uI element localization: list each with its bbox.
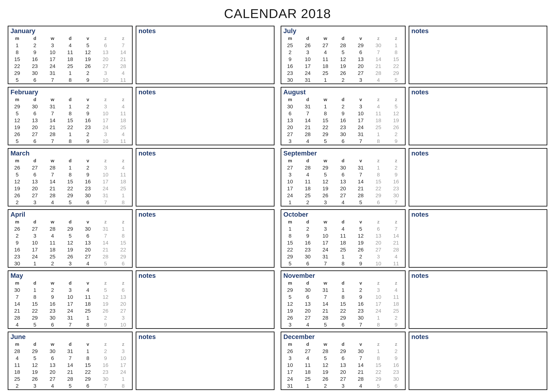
month-row: Februarymdwdvzz2930311234567891011121314… — [8, 87, 275, 145]
day-cell: 27 — [334, 376, 352, 382]
day-cell: 17 — [114, 362, 132, 369]
day-cell: 31 — [44, 103, 61, 110]
day-cell: 18 — [334, 239, 352, 246]
day-cell: 11 — [299, 178, 317, 185]
day-cell: 23 — [97, 369, 114, 376]
day-cell: 31 — [317, 253, 334, 260]
day-cell: 11 — [114, 138, 132, 145]
day-cell: 8 — [61, 138, 79, 145]
day-cell: 25 — [114, 185, 132, 192]
day-cell: 14 — [61, 362, 79, 369]
day-header: z — [387, 219, 405, 225]
day-cell: 19 — [387, 117, 405, 124]
day-header: z — [97, 35, 114, 42]
day-cell: 10 — [317, 232, 334, 239]
day-cell: 20 — [352, 63, 370, 70]
day-cell: 28 — [61, 376, 79, 382]
day-cell: 26 — [281, 314, 299, 321]
day-cell: 26 — [8, 164, 26, 171]
day-cell: 6 — [79, 382, 97, 389]
day-cell: 30 — [334, 164, 352, 171]
day-cell: 3 — [114, 348, 132, 355]
day-header: d — [26, 280, 44, 287]
day-cell: 1 — [370, 314, 387, 321]
day-cell: 8 — [114, 382, 132, 389]
day-cell: 23 — [79, 185, 97, 192]
day-cell: 1 — [61, 164, 79, 171]
day-cell: 26 — [334, 70, 352, 77]
day-cell: 10 — [97, 171, 114, 178]
day-cell: 18 — [79, 300, 97, 307]
day-header: z — [114, 158, 132, 164]
day-cell: 19 — [61, 246, 79, 253]
day-cell: 13 — [281, 117, 299, 124]
right-half: Julymdwdvzz25262728293012345678910111213… — [281, 26, 548, 390]
day-cell: 30 — [44, 314, 61, 321]
day-cell: 3 — [114, 314, 132, 321]
day-cell: 30 — [26, 70, 44, 77]
day-cell: 31 — [317, 287, 334, 293]
day-header: m — [8, 341, 26, 348]
day-cell: 3 — [97, 103, 114, 110]
day-header: v — [352, 96, 370, 103]
day-cell: 6 — [299, 293, 317, 300]
day-header: z — [387, 96, 405, 103]
day-cell: 20 — [26, 185, 44, 192]
day-header: w — [317, 341, 334, 348]
day-header: d — [334, 341, 352, 348]
day-header: v — [79, 35, 97, 42]
notes-box: notes — [136, 209, 275, 268]
day-cell: 1 — [8, 42, 26, 49]
day-cell: 8 — [370, 321, 387, 328]
day-cell: 2 — [334, 103, 352, 110]
day-cell: 12 — [352, 232, 370, 239]
day-cell: 8 — [334, 260, 352, 267]
day-cell: 4 — [61, 42, 79, 49]
day-cell: 18 — [299, 369, 317, 376]
day-header: d — [334, 219, 352, 225]
day-cell: 5 — [317, 171, 334, 178]
day-header: v — [352, 219, 370, 225]
day-cell: 7 — [299, 110, 317, 117]
day-cell: 5 — [8, 138, 26, 145]
day-cell: 6 — [370, 225, 387, 232]
day-cell: 18 — [317, 63, 334, 70]
day-cell: 19 — [8, 124, 26, 131]
month-box-april: Aprilmdwdvzz2627282930311234567891011121… — [8, 209, 133, 268]
day-header: z — [114, 280, 132, 287]
day-cell: 5 — [61, 382, 79, 389]
day-header: m — [8, 158, 26, 164]
day-cell: 13 — [334, 178, 352, 185]
month-table: mdwdvzz293031123456789101112131415161718… — [281, 280, 405, 328]
day-cell: 15 — [61, 117, 79, 124]
day-cell: 10 — [44, 49, 61, 56]
day-cell: 8 — [387, 49, 405, 56]
day-cell: 27 — [79, 253, 97, 260]
day-cell: 2 — [299, 225, 317, 232]
day-cell: 4 — [44, 199, 61, 206]
day-header: z — [114, 219, 132, 225]
day-header: z — [114, 341, 132, 348]
day-cell: 21 — [317, 307, 334, 314]
day-cell: 10 — [281, 178, 299, 185]
day-cell: 9 — [44, 293, 61, 300]
day-cell: 30 — [334, 131, 352, 138]
day-cell: 28 — [352, 192, 370, 199]
day-cell: 18 — [8, 369, 26, 376]
day-cell: 7 — [44, 110, 61, 117]
day-header: d — [61, 280, 79, 287]
day-cell: 13 — [26, 178, 44, 185]
day-cell: 14 — [352, 362, 370, 369]
day-cell: 9 — [352, 293, 370, 300]
day-cell: 5 — [370, 382, 387, 389]
day-cell: 9 — [79, 171, 97, 178]
day-cell: 22 — [334, 307, 352, 314]
day-cell: 16 — [387, 178, 405, 185]
day-cell: 19 — [97, 300, 114, 307]
day-cell: 14 — [114, 49, 132, 56]
day-cell: 17 — [281, 185, 299, 192]
day-cell: 6 — [370, 199, 387, 206]
day-cell: 12 — [281, 300, 299, 307]
day-cell: 8 — [370, 355, 387, 362]
day-cell: 2 — [97, 348, 114, 355]
